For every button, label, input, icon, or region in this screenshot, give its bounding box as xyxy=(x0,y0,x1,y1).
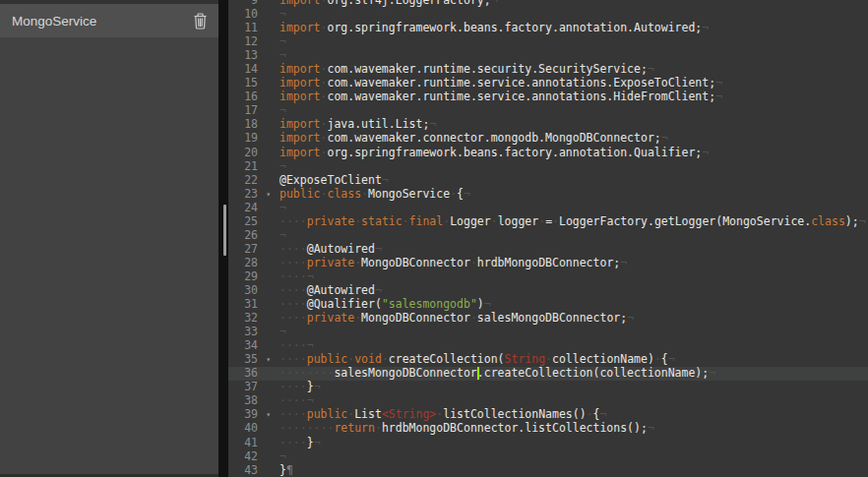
line-number[interactable]: 9 xyxy=(228,0,274,7)
code-line[interactable]: ····@Autowired¬ xyxy=(279,242,868,256)
code-line[interactable]: import·org.slf4j.LoggerFactory;¬ xyxy=(279,0,868,7)
line-number[interactable]: 11 xyxy=(228,21,274,34)
eol-mark: ¬ xyxy=(375,283,382,297)
delete-service-button[interactable] xyxy=(191,11,210,31)
code-editor[interactable]: 91011121314151617181920212223▾2425262728… xyxy=(228,0,868,477)
scrollbar-thumb[interactable] xyxy=(223,205,226,256)
sidebar-scrollbar-track[interactable] xyxy=(218,0,228,477)
fold-arrow-icon[interactable]: ▾ xyxy=(266,188,271,202)
line-number[interactable]: 35▾ xyxy=(228,352,274,366)
line-number[interactable]: 37 xyxy=(228,380,274,393)
line-number[interactable]: 31 xyxy=(228,297,274,311)
eol-mark: ¬ xyxy=(307,269,314,283)
eol-mark: ¬ xyxy=(307,393,314,407)
line-number[interactable]: 12 xyxy=(228,34,274,48)
code-line[interactable]: ········return·hrdbMongoDBConnector.list… xyxy=(279,421,868,435)
code-line[interactable]: import·org.springframework.beans.factory… xyxy=(279,21,868,34)
line-number[interactable]: 25 xyxy=(228,214,274,228)
line-number[interactable]: 33 xyxy=(228,325,274,338)
line-number[interactable]: 43 xyxy=(228,463,274,477)
code-line[interactable]: import·java.util.List;¬ xyxy=(279,117,868,131)
eol-mark: ¬ xyxy=(859,214,866,228)
line-number[interactable]: 26 xyxy=(228,228,274,242)
line-number[interactable]: 24 xyxy=(228,201,274,214)
code-line[interactable]: }¶ xyxy=(279,463,868,477)
code-line[interactable]: ····}¬ xyxy=(279,436,868,449)
eol-mark: ¬ xyxy=(600,407,607,421)
code-line[interactable]: ¬ xyxy=(279,201,868,214)
code-line[interactable]: ¬ xyxy=(279,325,868,338)
line-number[interactable]: 18 xyxy=(228,117,274,131)
code-line[interactable]: ····public·void·createCollection(String·… xyxy=(279,352,868,366)
eol-mark: ¬ xyxy=(279,449,286,463)
code-line[interactable]: ¬ xyxy=(279,449,868,463)
code-line[interactable]: ········salesMongoDBConnector.createColl… xyxy=(279,366,868,380)
whitespace-dots: · xyxy=(321,21,328,34)
line-number[interactable]: 38 xyxy=(228,393,274,407)
code-line[interactable]: import·com.wavemaker.connector.mongodb.M… xyxy=(279,131,868,145)
line-number[interactable]: 10 xyxy=(228,7,274,21)
eol-mark: ¬ xyxy=(314,380,321,393)
code-line[interactable]: import·com.wavemaker.runtime.service.ann… xyxy=(279,76,868,89)
code-line[interactable]: ¬ xyxy=(279,48,868,62)
eol-mark: ¬ xyxy=(668,352,675,366)
line-number[interactable]: 22 xyxy=(228,173,274,187)
code-line[interactable]: ····private·MongoDBConnector·salesMongoD… xyxy=(279,311,868,325)
line-number[interactable]: 42 xyxy=(228,449,274,463)
whitespace-dots: · xyxy=(321,117,328,131)
eol-mark: ¬ xyxy=(702,146,709,159)
line-number[interactable]: 28 xyxy=(228,256,274,269)
line-number[interactable]: 19 xyxy=(228,131,274,145)
code-area: import·org.slf4j.LoggerFactory;¬¬import·… xyxy=(279,0,868,477)
code-line[interactable]: ····}¬ xyxy=(279,380,868,393)
code-line[interactable]: ····public·List<String>·listCollectionNa… xyxy=(279,407,868,421)
line-number[interactable]: 29 xyxy=(228,269,274,283)
line-number[interactable]: 36 xyxy=(228,366,274,380)
line-number[interactable]: 41 xyxy=(228,436,274,449)
code-line[interactable]: ¬ xyxy=(279,103,868,117)
eol-mark: ¬ xyxy=(279,7,286,21)
code-line[interactable]: public·class·MongoService·{¬ xyxy=(279,187,868,201)
line-number[interactable]: 15 xyxy=(228,76,274,89)
code-line[interactable]: ····@Autowired¬ xyxy=(279,283,868,297)
code-line[interactable]: ····private·MongoDBConnector·hrdbMongoDB… xyxy=(279,256,868,269)
line-number[interactable]: 34 xyxy=(228,338,274,352)
eol-mark: ¬ xyxy=(279,48,286,62)
code-line[interactable]: ¬ xyxy=(279,228,868,242)
eol-mark: ¬ xyxy=(279,201,286,214)
line-number[interactable]: 30 xyxy=(228,283,274,297)
fold-arrow-icon[interactable]: ▾ xyxy=(266,408,271,422)
line-number[interactable]: 21 xyxy=(228,159,274,173)
line-number[interactable]: 20 xyxy=(228,146,274,159)
code-line[interactable]: import·com.wavemaker.runtime.service.ann… xyxy=(279,89,868,103)
code-line[interactable]: import·org.springframework.beans.factory… xyxy=(279,146,868,159)
line-number[interactable]: 16 xyxy=(228,89,274,103)
line-number[interactable]: 23▾ xyxy=(228,187,274,201)
line-number[interactable]: 27 xyxy=(228,242,274,256)
whitespace-dots: ···· xyxy=(279,297,307,311)
code-line[interactable]: ····¬ xyxy=(279,269,868,283)
code-line[interactable]: ····@Qualifier("salesmongodb")¬ xyxy=(279,297,868,311)
whitespace-dots: · xyxy=(321,89,328,103)
line-number[interactable]: 32 xyxy=(228,311,274,325)
eol-mark: ¬ xyxy=(279,159,286,173)
eol-mark: ¬ xyxy=(484,297,491,311)
line-number[interactable]: 13 xyxy=(228,48,274,62)
code-line[interactable]: ¬ xyxy=(279,34,868,48)
code-line[interactable]: import·com.wavemaker.runtime.security.Se… xyxy=(279,62,868,76)
code-line[interactable]: ¬ xyxy=(279,7,868,21)
code-line[interactable]: ····¬ xyxy=(279,393,868,407)
line-number[interactable]: 40 xyxy=(228,421,274,435)
code-line[interactable]: ¬ xyxy=(279,159,868,173)
whitespace-dots: · xyxy=(470,311,477,325)
line-number[interactable]: 39▾ xyxy=(228,407,274,421)
sidebar-item-mongoservice[interactable]: MongoService xyxy=(0,4,218,37)
code-line[interactable]: ····¬ xyxy=(279,338,868,352)
whitespace-dots: · xyxy=(354,256,361,269)
line-number[interactable]: 14 xyxy=(228,62,274,76)
fold-arrow-icon[interactable]: ▾ xyxy=(266,353,271,367)
code-line[interactable]: ····private·static·final·Logger·logger·=… xyxy=(279,214,868,228)
line-number[interactable]: 17 xyxy=(228,103,274,117)
code-line[interactable]: @ExposeToClient¬ xyxy=(279,173,868,187)
whitespace-dots: ···· xyxy=(279,214,307,228)
